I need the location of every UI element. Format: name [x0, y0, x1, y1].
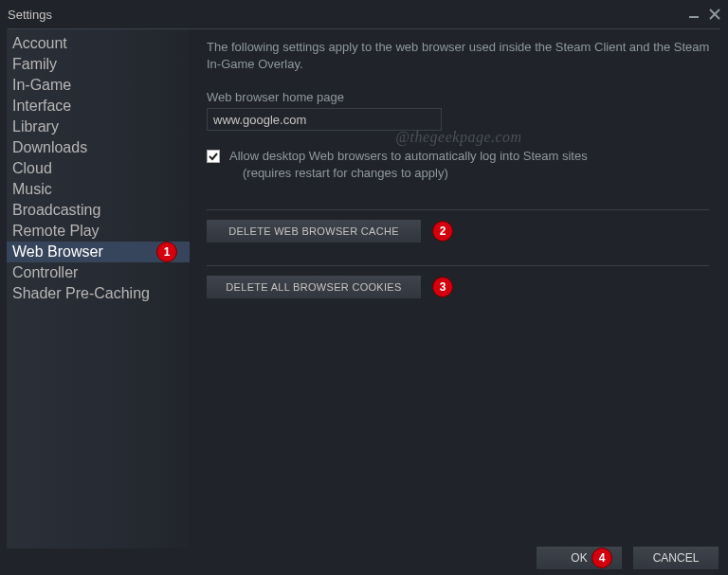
checkbox-label-line1: Allow desktop Web browsers to automatica…	[229, 149, 588, 163]
sidebar-item-shader-pre-caching[interactable]: Shader Pre-Caching	[7, 283, 190, 304]
sidebar-item-controller[interactable]: Controller	[7, 262, 190, 283]
ok-button-label: OK	[571, 551, 587, 565]
sidebar-item-cloud[interactable]: Cloud	[7, 158, 190, 179]
auto-login-row: Allow desktop Web browsers to automatica…	[207, 148, 717, 181]
titlebar: Settings	[0, 0, 728, 25]
sidebar-item-label: Web Browser	[12, 243, 103, 260]
action-section: DELETE WEB BROWSER CACHE 2 DELETE ALL BR…	[207, 209, 717, 298]
sidebar-item-account[interactable]: Account	[7, 33, 190, 54]
sidebar-item-library[interactable]: Library	[7, 117, 190, 137]
sidebar-item-music[interactable]: Music	[7, 179, 190, 200]
annotation-badge-2: 2	[432, 221, 453, 242]
ok-button[interactable]: OK 4	[537, 547, 622, 569]
main-panel: The following settings apply to the web …	[190, 29, 728, 548]
content-area: Account Family In-Game Interface Library…	[0, 29, 728, 548]
sidebar-item-label: Remote Play	[12, 223, 100, 239]
close-icon[interactable]	[709, 9, 720, 20]
sidebar-item-label: Controller	[12, 264, 78, 280]
sidebar-item-label: Broadcasting	[12, 202, 100, 218]
panel-description: The following settings apply to the web …	[207, 39, 717, 73]
sidebar-item-label: Library	[12, 118, 59, 135]
sidebar: Account Family In-Game Interface Library…	[7, 29, 190, 548]
sidebar-item-family[interactable]: Family	[7, 54, 190, 75]
annotation-badge-3: 3	[432, 277, 453, 297]
window-title: Settings	[8, 8, 52, 22]
sidebar-item-in-game[interactable]: In-Game	[7, 75, 190, 96]
delete-cache-button[interactable]: DELETE WEB BROWSER CACHE	[207, 220, 421, 243]
sidebar-item-label: Music	[12, 181, 52, 197]
sidebar-item-label: Family	[12, 56, 57, 72]
sidebar-item-label: In-Game	[12, 77, 71, 93]
auto-login-label: Allow desktop Web browsers to automatica…	[229, 148, 588, 181]
sidebar-item-remote-play[interactable]: Remote Play	[7, 221, 190, 242]
titlebar-controls	[688, 9, 720, 20]
sidebar-item-broadcasting[interactable]: Broadcasting	[7, 200, 190, 221]
divider	[207, 209, 709, 210]
sidebar-item-label: Cloud	[12, 160, 52, 176]
watermark-text: @thegeekpage.com	[395, 129, 521, 146]
home-page-input[interactable]	[207, 108, 442, 131]
annotation-badge-4: 4	[592, 548, 612, 568]
sidebar-item-web-browser[interactable]: Web Browser 1	[7, 242, 190, 262]
sidebar-item-label: Interface	[12, 98, 71, 114]
divider	[207, 265, 709, 266]
annotation-badge-1: 1	[156, 242, 177, 262]
auto-login-checkbox[interactable]	[207, 150, 220, 163]
sidebar-item-interface[interactable]: Interface	[7, 96, 190, 117]
delete-cookies-button[interactable]: DELETE ALL BROWSER COOKIES	[207, 276, 421, 298]
sidebar-item-label: Downloads	[12, 139, 87, 155]
delete-cookies-row: DELETE ALL BROWSER COOKIES 3	[207, 276, 717, 298]
sidebar-item-label: Shader Pre-Caching	[12, 285, 150, 301]
checkbox-label-line2: (requires restart for changes to apply)	[229, 166, 448, 180]
sidebar-item-downloads[interactable]: Downloads	[7, 137, 190, 158]
home-page-label: Web browser home page	[207, 90, 717, 104]
delete-cache-row: DELETE WEB BROWSER CACHE 2	[207, 220, 717, 243]
dialog-footer: OK 4 CANCEL	[537, 547, 719, 569]
cancel-button[interactable]: CANCEL	[633, 547, 719, 569]
sidebar-item-label: Account	[12, 35, 67, 51]
minimize-icon[interactable]	[688, 9, 700, 20]
